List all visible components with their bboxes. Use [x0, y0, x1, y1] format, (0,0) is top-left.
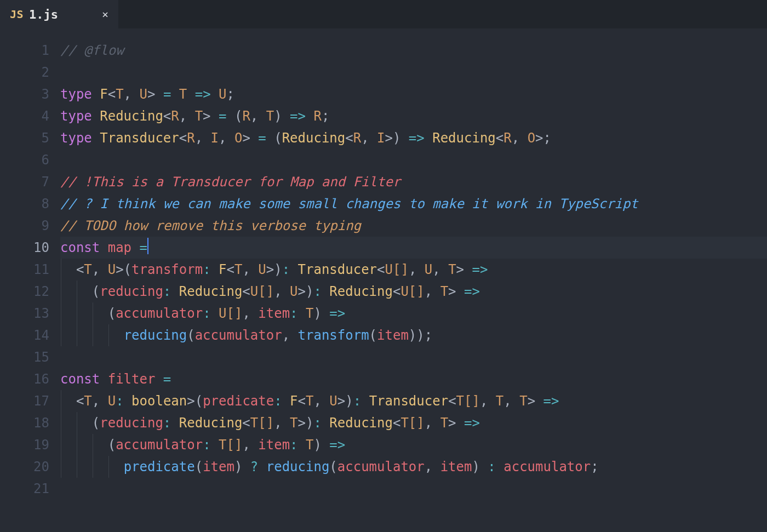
- code-line[interactable]: (reducing: Reducing<T[], T>): Reducing<T…: [60, 412, 767, 434]
- code-token: ,: [361, 130, 377, 146]
- code-token: U: [140, 87, 147, 102]
- code-token: U: [250, 284, 258, 299]
- code-token: [100, 371, 107, 387]
- code-token: ,: [195, 130, 211, 146]
- code-token: >: [203, 108, 219, 124]
- code-token: T: [179, 87, 187, 102]
- line-number[interactable]: 12: [0, 281, 49, 302]
- line-number[interactable]: 4: [0, 105, 49, 127]
- line-number[interactable]: 2: [0, 61, 49, 83]
- code-token: R: [171, 108, 179, 124]
- code-token: >): [298, 415, 314, 431]
- code-token: [92, 87, 100, 102]
- line-number-gutter[interactable]: 123456789101112131415161718192021: [0, 28, 60, 532]
- code-token: (: [108, 437, 116, 453]
- code-line[interactable]: // ? I think we can make some small chan…: [60, 193, 767, 215]
- code-token: =>: [409, 130, 425, 146]
- code-token: [496, 459, 503, 474]
- code-line[interactable]: (reducing: Reducing<U[], U>): Reducing<U…: [60, 281, 767, 302]
- code-line[interactable]: (accumulator: T[], item: T) =>: [60, 434, 767, 456]
- code-token: :: [163, 284, 171, 299]
- code-token: ,: [409, 262, 425, 277]
- code-token: [425, 130, 432, 146]
- line-number[interactable]: 7: [0, 171, 49, 193]
- code-token: =: [140, 240, 147, 255]
- code-line[interactable]: // !This is a Transducer for Map and Fil…: [60, 171, 767, 193]
- line-number[interactable]: 17: [0, 390, 49, 412]
- code-token: [124, 393, 131, 409]
- code-line[interactable]: const map =: [60, 237, 767, 259]
- code-token: ;: [591, 459, 598, 474]
- tab-filename: 1.js: [29, 8, 58, 21]
- code-token: <: [377, 262, 385, 277]
- code-token: [298, 306, 306, 321]
- code-token: U: [108, 262, 116, 277]
- code-line[interactable]: // TODO how remove this verbose typing: [60, 215, 767, 237]
- code-line[interactable]: [60, 346, 767, 368]
- code-token: Reducing: [329, 415, 393, 431]
- line-number[interactable]: 6: [0, 149, 49, 171]
- line-number[interactable]: 18: [0, 412, 49, 434]
- line-number[interactable]: 14: [0, 324, 49, 346]
- code-token: =>: [290, 108, 306, 124]
- code-line[interactable]: [60, 149, 767, 171]
- line-number[interactable]: 8: [0, 193, 49, 215]
- code-token: U: [219, 306, 226, 321]
- code-line[interactable]: <T, U>(transform: F<T, U>): Transducer<U…: [60, 259, 767, 281]
- code-token: accumulator: [337, 459, 425, 474]
- code-line[interactable]: type F<T, U> = T => U;: [60, 83, 767, 105]
- code-line[interactable]: type Reducing<R, T> = (R, T) => R;: [60, 105, 767, 127]
- code-token: :: [274, 393, 282, 409]
- line-number[interactable]: 13: [0, 302, 49, 324]
- code-line[interactable]: type Transducer<R, I, O> = (Reducing<R, …: [60, 127, 767, 149]
- code-token: [290, 262, 297, 277]
- line-number[interactable]: 5: [0, 127, 49, 149]
- code-token: type: [60, 108, 92, 124]
- code-token: T: [250, 415, 258, 431]
- code-line[interactable]: // @flow: [60, 39, 767, 61]
- code-token: ,: [480, 393, 496, 409]
- code-token: accumulator: [503, 459, 591, 474]
- line-number[interactable]: 20: [0, 456, 49, 478]
- code-token: Transducer: [369, 393, 449, 409]
- code-token: ,: [242, 306, 258, 321]
- line-number[interactable]: 3: [0, 83, 49, 105]
- line-number[interactable]: 9: [0, 215, 49, 237]
- code-token: type: [60, 130, 92, 146]
- code-token: Transducer: [100, 130, 179, 146]
- code-token: [171, 284, 179, 299]
- line-number[interactable]: 16: [0, 368, 49, 390]
- code-token: >: [242, 130, 258, 146]
- code-token: (: [369, 328, 377, 343]
- code-token: item: [258, 437, 290, 453]
- line-number[interactable]: 1: [0, 39, 49, 61]
- code-token: (: [226, 108, 242, 124]
- code-line[interactable]: <T, U: boolean>(predicate: F<T, U>): Tra…: [60, 390, 767, 412]
- code-line[interactable]: const filter =: [60, 368, 767, 390]
- code-token: ,: [124, 87, 140, 102]
- code-area[interactable]: // @flowtype F<T, U> = T => U;type Reduc…: [60, 28, 767, 532]
- code-token: >: [448, 284, 464, 299]
- line-number[interactable]: 11: [0, 259, 49, 281]
- line-number[interactable]: 10: [0, 237, 49, 259]
- code-line[interactable]: [60, 61, 767, 83]
- code-line[interactable]: [60, 478, 767, 500]
- close-icon[interactable]: ×: [102, 8, 108, 21]
- code-token: U: [290, 284, 297, 299]
- code-token: reducing: [100, 284, 163, 299]
- line-number[interactable]: 21: [0, 478, 49, 500]
- code-token: <: [448, 393, 456, 409]
- code-token: (: [266, 130, 282, 146]
- code-token: T: [440, 284, 448, 299]
- line-number[interactable]: 19: [0, 434, 49, 456]
- code-token: <: [298, 393, 306, 409]
- code-token: Reducing: [329, 284, 393, 299]
- code-line[interactable]: (accumulator: U[], item: T) =>: [60, 302, 767, 324]
- code-token: :: [290, 437, 297, 453]
- line-number[interactable]: 15: [0, 346, 49, 368]
- code-line[interactable]: reducing(accumulator, transform(item));: [60, 324, 767, 346]
- code-line[interactable]: predicate(item) ? reducing(accumulator, …: [60, 456, 767, 478]
- editor-tab[interactable]: JS 1.js ×: [0, 0, 118, 28]
- code-token: T: [266, 108, 274, 124]
- code-token: [131, 240, 139, 255]
